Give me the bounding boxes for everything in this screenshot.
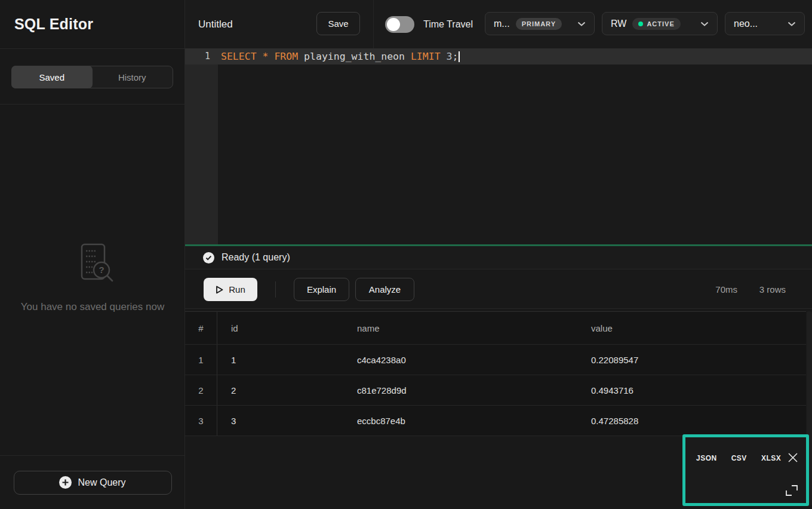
main-area: Untitled Save Time Travel m... PRIMARY R…	[185, 0, 812, 509]
results-table-body: 11c4ca4238a00.2208954722c81e728d9d0.4943…	[185, 345, 806, 436]
sidebar-footer: New Query	[0, 455, 185, 509]
results-table: # id name value 11c4ca4238a00.2208954722…	[185, 311, 806, 436]
new-query-label: New Query	[78, 477, 125, 488]
sidebar: SQL Editor Saved History ? You have no s…	[0, 0, 185, 509]
branch-select[interactable]: m... PRIMARY	[485, 12, 595, 35]
table-cell: 0.22089547	[577, 345, 806, 375]
expand-icon	[785, 484, 799, 497]
close-button[interactable]	[786, 450, 800, 465]
database-name: neo...	[734, 19, 758, 29]
column-header: id	[217, 312, 343, 344]
active-badge: ACTIVE	[632, 18, 680, 30]
plus-circle-icon	[59, 476, 72, 489]
document-search-icon: ?	[66, 281, 119, 291]
close-icon	[786, 450, 800, 465]
table-cell: 2	[185, 375, 217, 405]
explain-button[interactable]: Explain	[294, 278, 349, 301]
run-button[interactable]: Run	[204, 278, 257, 301]
active-badge-label: ACTIVE	[647, 20, 674, 27]
expand-button[interactable]	[785, 484, 799, 497]
new-query-button[interactable]: New Query	[14, 471, 172, 495]
status-dot	[638, 22, 643, 26]
sql-editor-app: SQL Editor Saved History ? You have no s…	[0, 0, 812, 509]
table-cell: 1	[217, 345, 343, 375]
table-cell: 0.4943716	[577, 375, 806, 405]
export-options: JSON CSV XLSX	[696, 454, 781, 462]
actions-row: Run Explain Analyze 70ms 3 rows	[185, 269, 812, 309]
editor-topbar: Untitled Save Time Travel m... PRIMARY R…	[185, 0, 812, 48]
table-cell: c4ca4238a0	[343, 345, 577, 375]
line-number: 1	[185, 48, 210, 65]
status-bar: Ready (1 query)	[185, 246, 812, 269]
table-cell: c81e728d9d	[343, 375, 577, 405]
compute-select[interactable]: RW ACTIVE	[602, 12, 718, 35]
analyze-button[interactable]: Analyze	[355, 278, 414, 301]
topbar-divider	[373, 0, 374, 48]
saved-history-tabs: Saved History	[11, 66, 173, 88]
primary-badge: PRIMARY	[516, 18, 562, 30]
tab-saved[interactable]: Saved	[11, 66, 93, 88]
table-cell: 1	[185, 345, 217, 375]
toggle-knob	[387, 18, 400, 31]
check-circle-icon	[203, 252, 214, 263]
text-cursor	[459, 51, 460, 62]
status-text: Ready (1 query)	[222, 252, 290, 263]
database-select[interactable]: neo...	[725, 12, 805, 35]
column-header: name	[343, 312, 577, 344]
column-header: value	[577, 312, 806, 344]
tab-history[interactable]: History	[92, 66, 173, 88]
table-cell: eccbc87e4b	[343, 406, 577, 436]
time-travel-label: Time Travel	[423, 19, 473, 30]
line-number-gutter	[185, 48, 218, 244]
table-cell: 0.47285828	[577, 406, 806, 436]
table-cell: 3	[185, 406, 217, 436]
query-duration: 70ms	[715, 284, 737, 294]
table-row: 22c81e728d9d0.4943716	[185, 375, 806, 406]
xlsx-export-button[interactable]: XLSX	[761, 454, 781, 462]
table-cell: 2	[217, 375, 343, 405]
time-travel-toggle[interactable]	[385, 16, 414, 33]
column-header: #	[185, 312, 217, 344]
chevron-down-icon	[577, 22, 586, 26]
sidebar-header: SQL Editor	[0, 0, 184, 49]
play-icon	[216, 286, 223, 294]
tabs-section: Saved History	[0, 49, 184, 105]
chevron-down-icon	[788, 22, 796, 26]
save-button[interactable]: Save	[316, 12, 360, 35]
compute-name: RW	[611, 19, 626, 29]
code-line[interactable]: SELECT * FROM playing_with_neon LIMIT 3;	[221, 48, 460, 65]
json-export-button[interactable]: JSON	[696, 454, 717, 462]
empty-state-text: You have no saved queries now	[0, 301, 185, 313]
table-row: 11c4ca4238a00.22089547	[185, 345, 806, 375]
code-editor[interactable]: 1 SELECT * FROM playing_with_neon LIMIT …	[185, 48, 812, 244]
saved-queries-empty-state: ? You have no saved queries now	[0, 243, 185, 313]
row-count: 3 rows	[759, 284, 786, 294]
chevron-down-icon	[700, 22, 709, 26]
table-cell: 3	[217, 406, 343, 436]
csv-export-button[interactable]: CSV	[731, 454, 747, 462]
query-title: Untitled	[198, 19, 233, 30]
page-title: SQL Editor	[14, 16, 93, 33]
actions-divider	[275, 281, 276, 298]
export-panel: JSON CSV XLSX	[682, 434, 809, 506]
svg-text:?: ?	[99, 265, 104, 275]
run-label: Run	[229, 284, 245, 295]
branch-name: m...	[494, 19, 510, 29]
table-header-row: # id name value	[185, 311, 806, 345]
table-row: 33eccbc87e4b0.47285828	[185, 406, 806, 436]
